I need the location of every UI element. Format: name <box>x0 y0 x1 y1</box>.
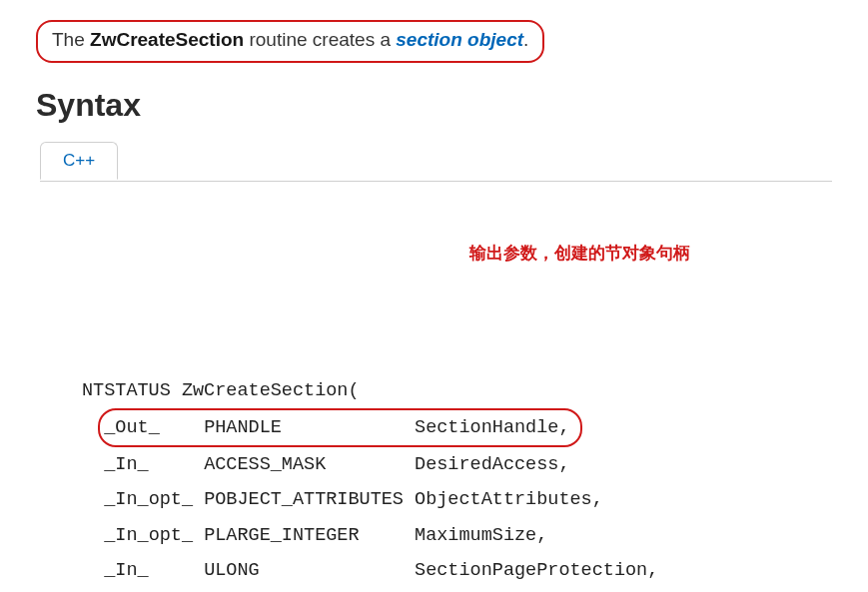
param-line: _In_ ACCESS_MASK DesiredAccess, <box>82 447 832 482</box>
param: _In_opt_ PLARGE_INTEGER MaximumSize, <box>104 518 547 553</box>
section-object-link[interactable]: section object <box>396 29 523 50</box>
param-line: _In_ ULONG AllocationAttributes, <box>82 588 832 592</box>
syntax-heading: Syntax <box>36 87 832 124</box>
intro-pre: The <box>52 29 90 50</box>
annotation-output: 输出参数，创建的节对象句柄 <box>469 238 690 270</box>
param-line: _Out_ PHANDLE SectionHandle, <box>82 408 832 447</box>
tab-cpp[interactable]: C++ <box>40 142 118 180</box>
param: _In_ ULONG SectionPageProtection, <box>104 553 658 588</box>
code-block: 输出参数，创建的节对象句柄 输入参数，已打开的文件句柄 NTSTATUS ZwC… <box>40 192 832 593</box>
lang-tabbar: C++ <box>40 142 832 186</box>
intro-post: . <box>523 29 528 50</box>
decl-line: NTSTATUS ZwCreateSection( <box>82 373 832 408</box>
param-line: _In_ ULONG SectionPageProtection, <box>82 553 832 588</box>
param-line: _In_opt_ PLARGE_INTEGER MaximumSize, <box>82 518 832 553</box>
api-name: ZwCreateSection <box>90 29 244 50</box>
intro-mid: routine creates a <box>244 29 396 50</box>
param-highlight: _Out_ PHANDLE SectionHandle, <box>98 408 581 447</box>
tab-underline <box>40 181 832 182</box>
doc-page: The ZwCreateSection routine creates a se… <box>0 0 868 592</box>
param-line: _In_opt_ POBJECT_ATTRIBUTES ObjectAttrib… <box>82 482 832 517</box>
param: _In_ ULONG AllocationAttributes, <box>104 588 647 592</box>
intro-sentence: The ZwCreateSection routine creates a se… <box>36 20 544 63</box>
param: _In_ ACCESS_MASK DesiredAccess, <box>104 447 569 482</box>
param: _In_opt_ POBJECT_ATTRIBUTES ObjectAttrib… <box>104 482 603 517</box>
